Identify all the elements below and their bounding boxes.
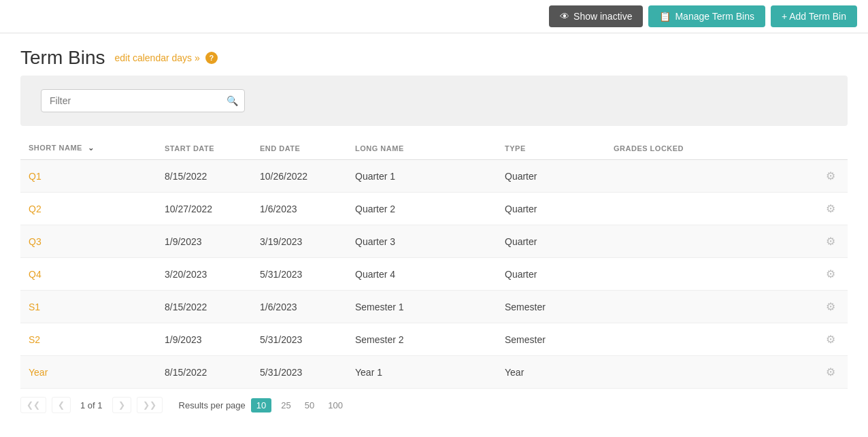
short-name-link[interactable]: S2 bbox=[29, 334, 40, 345]
short-name-link[interactable]: Q3 bbox=[29, 236, 41, 247]
cell-end-date: 3/19/2023 bbox=[252, 225, 347, 258]
cell-end-date: 5/31/2023 bbox=[252, 323, 347, 356]
short-name-link[interactable]: Q2 bbox=[29, 204, 41, 214]
short-name-link[interactable]: Q1 bbox=[29, 171, 41, 182]
top-bar: 👁 Show inactive 📋 Manage Term Bins + Add… bbox=[0, 0, 868, 33]
short-name-link[interactable]: Year bbox=[29, 367, 48, 378]
cell-action: ⚙ bbox=[814, 160, 848, 193]
cell-type: Semester bbox=[497, 323, 605, 356]
cell-grades-locked bbox=[605, 193, 814, 225]
cell-type: Quarter bbox=[497, 193, 605, 225]
cell-end-date: 1/6/2023 bbox=[252, 291, 347, 323]
cell-end-date: 10/26/2022 bbox=[252, 160, 347, 193]
manage-term-bins-button[interactable]: 📋 Manage Term Bins bbox=[648, 5, 765, 27]
per-page-100-button[interactable]: 100 bbox=[324, 399, 347, 412]
cell-long-name: Quarter 3 bbox=[347, 225, 497, 258]
table-row: S1 8/15/2022 1/6/2023 Semester 1 Semeste… bbox=[20, 291, 848, 323]
per-page-25-button[interactable]: 25 bbox=[277, 399, 295, 412]
cell-action: ⚙ bbox=[814, 225, 848, 258]
filter-section: 🔍 bbox=[20, 76, 848, 126]
cell-grades-locked bbox=[605, 323, 814, 356]
cell-type: Semester bbox=[497, 291, 605, 323]
cell-grades-locked bbox=[605, 225, 814, 258]
col-header-grades-locked: GRADES LOCKED bbox=[605, 137, 814, 160]
short-name-link[interactable]: Q4 bbox=[29, 269, 41, 280]
cell-short-name: S1 bbox=[20, 291, 156, 323]
header-links: edit calendar days » ? bbox=[114, 52, 217, 64]
cell-action: ⚙ bbox=[814, 323, 848, 356]
cell-long-name: Quarter 4 bbox=[347, 258, 497, 291]
col-header-short-name[interactable]: SHORT NAME ⌄ bbox=[20, 137, 156, 160]
cell-end-date: 5/31/2023 bbox=[252, 258, 347, 291]
search-icon[interactable]: 🔍 bbox=[227, 95, 238, 106]
gear-button[interactable]: ⚙ bbox=[822, 299, 839, 314]
edit-calendar-link[interactable]: edit calendar days » bbox=[114, 52, 199, 63]
cell-short-name: Q4 bbox=[20, 258, 156, 291]
cell-grades-locked bbox=[605, 160, 814, 193]
cell-grades-locked bbox=[605, 291, 814, 323]
cell-type: Quarter bbox=[497, 225, 605, 258]
cell-action: ⚙ bbox=[814, 258, 848, 291]
per-page-10-button[interactable]: 10 bbox=[251, 398, 271, 412]
table-row: Q2 10/27/2022 1/6/2023 Quarter 2 Quarter… bbox=[20, 193, 848, 225]
pagination-last-button[interactable]: ❯❯ bbox=[137, 397, 163, 413]
cell-start-date: 8/15/2022 bbox=[156, 291, 252, 323]
filter-input-wrapper: 🔍 bbox=[41, 89, 245, 112]
short-name-link[interactable]: S1 bbox=[29, 302, 40, 312]
cell-short-name: Year bbox=[20, 356, 156, 389]
table-row: Q3 1/9/2023 3/19/2023 Quarter 3 Quarter … bbox=[20, 225, 848, 258]
cell-action: ⚙ bbox=[814, 193, 848, 225]
show-inactive-button[interactable]: 👁 Show inactive bbox=[549, 5, 643, 27]
table-container: SHORT NAME ⌄ START DATE END DATE LONG NA… bbox=[20, 137, 848, 389]
col-header-long-name: LONG NAME bbox=[347, 137, 497, 160]
table-header: SHORT NAME ⌄ START DATE END DATE LONG NA… bbox=[20, 137, 848, 160]
cell-short-name: Q3 bbox=[20, 225, 156, 258]
table-row: Q4 3/20/2023 5/31/2023 Quarter 4 Quarter… bbox=[20, 258, 848, 291]
cell-start-date: 10/27/2022 bbox=[156, 193, 252, 225]
col-header-action bbox=[814, 137, 848, 160]
cell-type: Quarter bbox=[497, 160, 605, 193]
gear-button[interactable]: ⚙ bbox=[822, 201, 839, 216]
cell-long-name: Quarter 2 bbox=[347, 193, 497, 225]
gear-button[interactable]: ⚙ bbox=[822, 331, 839, 347]
cell-long-name: Year 1 bbox=[347, 356, 497, 389]
table-row: Q1 8/15/2022 10/26/2022 Quarter 1 Quarte… bbox=[20, 160, 848, 193]
per-page-50-button[interactable]: 50 bbox=[301, 399, 318, 412]
pagination-prev-button[interactable]: ❮ bbox=[52, 397, 71, 413]
pagination-next-button[interactable]: ❯ bbox=[112, 397, 131, 413]
page-info: 1 of 1 bbox=[80, 400, 103, 410]
cell-action: ⚙ bbox=[814, 291, 848, 323]
cell-start-date: 8/15/2022 bbox=[156, 160, 252, 193]
cell-short-name: Q2 bbox=[20, 193, 156, 225]
cell-type: Quarter bbox=[497, 258, 605, 291]
cell-start-date: 1/9/2023 bbox=[156, 323, 252, 356]
cell-long-name: Quarter 1 bbox=[347, 160, 497, 193]
cell-type: Year bbox=[497, 356, 605, 389]
results-per-page-label: Results per page bbox=[179, 400, 246, 410]
filter-input[interactable] bbox=[41, 89, 245, 112]
table-body: Q1 8/15/2022 10/26/2022 Quarter 1 Quarte… bbox=[20, 160, 848, 389]
page-header: Term Bins edit calendar days » ? bbox=[0, 33, 868, 76]
eye-icon: 👁 bbox=[560, 11, 569, 22]
sort-arrow-icon: ⌄ bbox=[88, 144, 95, 152]
cell-grades-locked bbox=[605, 356, 814, 389]
manage-icon: 📋 bbox=[659, 11, 671, 22]
add-term-bin-button[interactable]: + Add Term Bin bbox=[771, 5, 857, 27]
page-title: Term Bins bbox=[20, 47, 105, 69]
col-header-start-date: START DATE bbox=[156, 137, 252, 160]
cell-short-name: S2 bbox=[20, 323, 156, 356]
cell-short-name: Q1 bbox=[20, 160, 156, 193]
help-icon[interactable]: ? bbox=[205, 52, 218, 64]
pagination-first-button[interactable]: ❮❮ bbox=[20, 397, 46, 413]
col-header-type: TYPE bbox=[497, 137, 605, 160]
gear-button[interactable]: ⚙ bbox=[822, 168, 839, 184]
cell-start-date: 1/9/2023 bbox=[156, 225, 252, 258]
gear-button[interactable]: ⚙ bbox=[822, 233, 839, 249]
table-row: S2 1/9/2023 5/31/2023 Semester 2 Semeste… bbox=[20, 323, 848, 356]
cell-start-date: 8/15/2022 bbox=[156, 356, 252, 389]
cell-grades-locked bbox=[605, 258, 814, 291]
gear-button[interactable]: ⚙ bbox=[822, 364, 839, 380]
cell-long-name: Semester 2 bbox=[347, 323, 497, 356]
cell-long-name: Semester 1 bbox=[347, 291, 497, 323]
gear-button[interactable]: ⚙ bbox=[822, 266, 839, 282]
